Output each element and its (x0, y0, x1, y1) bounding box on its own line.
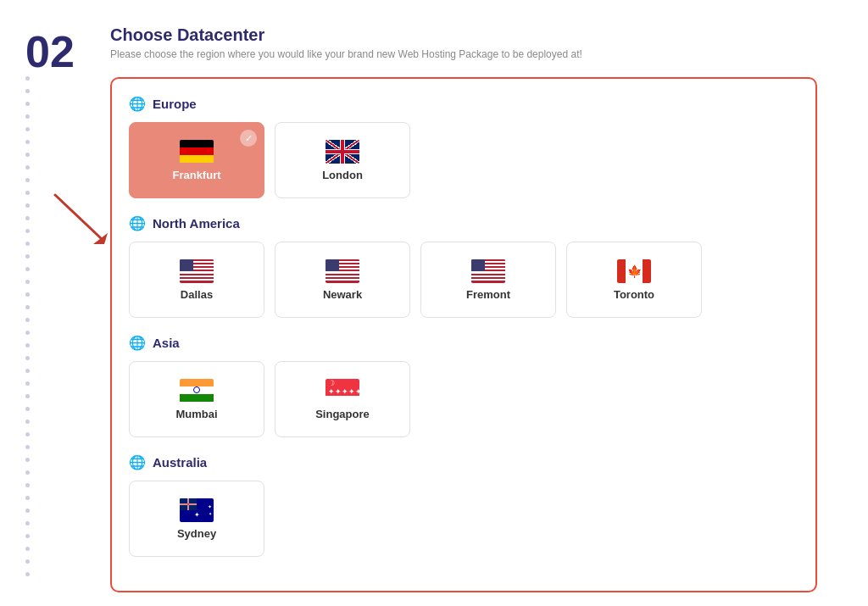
datacenter-mumbai[interactable]: Mumbai (129, 361, 264, 437)
region-north-america-label: 🌐 North America (129, 215, 798, 231)
section-title: Choose Datacenter (110, 25, 817, 45)
mumbai-label: Mumbai (175, 408, 217, 420)
globe-icon-na: 🌐 (129, 215, 146, 231)
check-icon: ✓ (240, 130, 257, 147)
datacenter-newark[interactable]: Newark (275, 242, 410, 318)
toronto-label: Toronto (614, 288, 654, 301)
flag-au: ✦ ✦ ✦ (180, 498, 214, 522)
australia-grid: ✦ ✦ ✦ Sydney (129, 481, 798, 557)
flag-us-newark (326, 259, 359, 283)
flag-de (180, 140, 214, 164)
fremont-label: Fremont (466, 288, 510, 301)
london-label: London (322, 169, 363, 181)
datacenter-singapore[interactable]: ☽ ✦✦✦✦✦ Singapore (275, 361, 410, 437)
asia-grid: Mumbai ☽ ✦✦✦✦✦ Singapore (129, 361, 798, 437)
flag-us-fremont (471, 259, 505, 283)
arrow-indicator (47, 186, 114, 249)
globe-icon-au: 🌐 (129, 454, 146, 470)
section-subtitle: Please choose the region where you would… (110, 48, 817, 60)
svg-line-0 (55, 195, 102, 239)
region-asia-label: 🌐 Asia (129, 335, 798, 351)
region-australia: 🌐 Australia (129, 454, 798, 557)
north-america-label: North America (153, 216, 240, 231)
datacenter-fremont[interactable]: Fremont (420, 242, 556, 318)
region-australia-label: 🌐 Australia (129, 454, 798, 470)
step-number: 02 (25, 25, 93, 592)
flag-ca: 🍁 (617, 259, 651, 283)
datacenter-frankfurt[interactable]: ✓ Frankfurt (129, 122, 264, 198)
singapore-label: Singapore (315, 408, 370, 420)
main-content: Choose Datacenter Please choose the regi… (110, 25, 817, 592)
flag-us-dallas (180, 259, 214, 283)
dallas-label: Dallas (181, 288, 213, 301)
asia-label: Asia (153, 336, 180, 350)
newark-label: Newark (323, 288, 362, 301)
europe-grid: ✓ Frankfurt (129, 122, 798, 198)
datacenter-dallas[interactable]: Dallas (129, 242, 264, 318)
flag-sg: ☽ ✦✦✦✦✦ (326, 379, 359, 403)
datacenter-sydney[interactable]: ✦ ✦ ✦ Sydney (129, 481, 264, 557)
australia-label: Australia (153, 455, 207, 470)
region-north-america: 🌐 North America (129, 215, 798, 318)
datacenter-london[interactable]: London (275, 122, 410, 198)
sydney-label: Sydney (177, 527, 216, 540)
europe-label: Europe (153, 97, 197, 111)
datacenter-toronto[interactable]: 🍁 Toronto (566, 242, 702, 318)
region-europe-label: 🌐 Europe (129, 96, 798, 112)
globe-icon-asia: 🌐 (129, 335, 146, 351)
frankfurt-label: Frankfurt (172, 169, 220, 181)
datacenter-selection-box: 🌐 Europe ✓ Frankfurt (110, 77, 817, 592)
flag-in (180, 379, 214, 403)
north-america-grid: Dallas (129, 242, 798, 318)
region-asia: 🌐 Asia (129, 335, 798, 437)
flag-gb (326, 140, 359, 164)
step-dots (25, 76, 30, 576)
region-europe: 🌐 Europe ✓ Frankfurt (129, 96, 798, 198)
globe-icon: 🌐 (129, 96, 146, 112)
